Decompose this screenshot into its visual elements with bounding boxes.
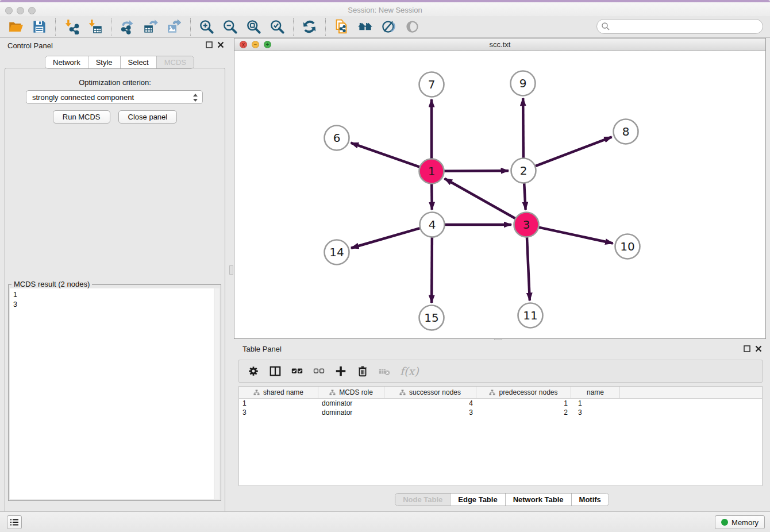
- table-panel: Table Panel f(x) shared name MCDS role s…: [234, 341, 770, 511]
- tab-node-table[interactable]: Node Table: [395, 494, 450, 506]
- task-history-button[interactable]: [7, 515, 22, 529]
- cell-predecessor-nodes[interactable]: 1: [476, 399, 571, 408]
- table-header-row: shared name MCDS role successor nodes pr…: [239, 387, 762, 399]
- network-view-window: x − + scc.txt 1234678910111415: [234, 38, 766, 339]
- toggle-panel-split-icon[interactable]: [269, 365, 282, 377]
- edge-2-9[interactable]: [523, 98, 523, 158]
- mcds-result-text[interactable]: 1 3: [10, 288, 214, 499]
- column-settings-gear-icon[interactable]: [247, 365, 260, 377]
- column-header-shared-name[interactable]: shared name: [239, 387, 318, 398]
- vertical-splitter-grip[interactable]: [229, 265, 233, 275]
- open-file-icon[interactable]: [8, 19, 24, 34]
- graph-node-label-15: 15: [424, 311, 438, 325]
- edge-2-8[interactable]: [536, 137, 612, 166]
- column-header-mcds-role[interactable]: MCDS role: [318, 387, 384, 398]
- edge-4-15[interactable]: [432, 237, 432, 303]
- table-toolbar: f(x): [238, 360, 763, 383]
- show-hide-graphics-icon[interactable]: [381, 19, 396, 34]
- tab-motifs[interactable]: Motifs: [571, 494, 609, 506]
- graph-node-label-10: 10: [620, 240, 634, 253]
- control-panel-tabs: Network Style Select MCDS: [45, 56, 194, 69]
- edge-3-1[interactable]: [445, 179, 515, 218]
- float-panel-icon[interactable]: [206, 41, 213, 48]
- export-table-icon[interactable]: [143, 19, 159, 34]
- export-image-icon[interactable]: [167, 19, 182, 34]
- criterion-dropdown[interactable]: strongly connected component: [26, 90, 203, 104]
- graph-node-label-11: 11: [523, 309, 537, 322]
- graph-node-label-6: 6: [333, 131, 341, 145]
- window-title: Session: New Session: [0, 6, 770, 14]
- cell-name[interactable]: 1: [571, 399, 620, 408]
- network-canvas-svg[interactable]: 1234678910111415: [234, 51, 765, 338]
- cell-predecessor-nodes[interactable]: 2: [476, 408, 571, 417]
- graph-node-label-14: 14: [329, 245, 344, 259]
- edge-1-2[interactable]: [444, 171, 509, 171]
- zoom-out-icon[interactable]: [222, 19, 238, 34]
- search-input[interactable]: [596, 19, 763, 34]
- column-type-icon: [329, 390, 336, 396]
- tab-style[interactable]: Style: [88, 56, 120, 68]
- network-window-title: scc.txt: [234, 40, 765, 49]
- edge-3-10[interactable]: [539, 228, 613, 244]
- zoom-in-icon[interactable]: [199, 19, 214, 34]
- select-all-icon[interactable]: [291, 365, 303, 377]
- cell-successor-nodes[interactable]: 3: [384, 408, 476, 417]
- delete-columns-trash-icon[interactable]: [356, 365, 369, 377]
- tab-edge-table[interactable]: Edge Table: [450, 494, 505, 506]
- clone-network-icon[interactable]: [334, 19, 349, 34]
- network-window-titlebar[interactable]: x − + scc.txt: [234, 38, 765, 51]
- import-table-icon[interactable]: [87, 19, 103, 34]
- close-panel-button[interactable]: Close panel: [118, 110, 178, 124]
- dropdown-arrows-icon: [192, 93, 199, 102]
- run-mcds-button[interactable]: Run MCDS: [53, 110, 110, 124]
- graph-node-label-1: 1: [428, 164, 436, 178]
- graph-node-label-9: 9: [519, 76, 527, 90]
- memory-label: Memory: [732, 518, 759, 527]
- import-network-icon[interactable]: [64, 19, 79, 34]
- tab-network[interactable]: Network: [45, 56, 88, 68]
- save-session-icon[interactable]: [32, 19, 47, 34]
- function-builder-icon: f(x): [400, 365, 419, 377]
- cell-shared-name[interactable]: 1: [239, 399, 318, 408]
- mcds-result-group: MCDS result (2 nodes) 1 3: [8, 284, 221, 501]
- close-table-panel-icon[interactable]: [755, 345, 762, 352]
- table-row[interactable]: 1 dominator 4 1 1: [239, 399, 762, 408]
- deselect-all-icon[interactable]: [313, 365, 325, 377]
- graph-node-label-2: 2: [520, 164, 528, 178]
- export-network-icon[interactable]: [120, 19, 135, 34]
- mcds-result-title: MCDS result (2 nodes): [11, 280, 92, 288]
- refresh-view-icon[interactable]: [302, 19, 317, 34]
- tab-mcds[interactable]: MCDS: [156, 56, 194, 68]
- close-panel-icon[interactable]: [217, 41, 224, 48]
- table-row[interactable]: 3 dominator 3 2 3: [239, 408, 762, 417]
- optimization-criterion-label: Optimization criterion:: [0, 78, 230, 87]
- zoom-selected-icon[interactable]: [270, 19, 285, 34]
- edge-4-14[interactable]: [351, 228, 420, 248]
- cell-successor-nodes[interactable]: 4: [384, 399, 476, 408]
- column-header-successor-nodes[interactable]: successor nodes: [384, 387, 476, 398]
- tab-select[interactable]: Select: [120, 56, 156, 68]
- edge-1-6[interactable]: [351, 143, 420, 167]
- zoom-fit-icon[interactable]: [246, 19, 261, 34]
- result-scrollbar[interactable]: [214, 288, 220, 499]
- cell-mcds-role[interactable]: dominator: [318, 399, 384, 408]
- cell-shared-name[interactable]: 3: [239, 408, 318, 417]
- search-icon: [601, 22, 610, 31]
- table-tabs: Node Table Edge Table Network Table Moti…: [395, 493, 609, 506]
- control-panel-title: Control Panel: [7, 41, 53, 50]
- float-table-panel-icon[interactable]: [744, 345, 750, 352]
- criterion-value: strongly connected component: [32, 93, 134, 102]
- graph-node-label-8: 8: [622, 125, 630, 138]
- tab-network-table[interactable]: Network Table: [505, 494, 571, 506]
- column-header-predecessor-nodes[interactable]: predecessor nodes: [476, 387, 571, 398]
- column-type-icon: [489, 390, 495, 396]
- cell-mcds-role[interactable]: dominator: [318, 408, 384, 417]
- first-neighbors-home-icon[interactable]: [357, 19, 373, 34]
- edge-2-3[interactable]: [524, 183, 525, 210]
- memory-button[interactable]: Memory: [715, 515, 765, 529]
- edge-3-11[interactable]: [527, 237, 530, 300]
- add-column-icon[interactable]: [334, 365, 347, 377]
- column-header-name[interactable]: name: [571, 387, 620, 398]
- cell-name[interactable]: 3: [571, 408, 620, 417]
- birds-eye-icon[interactable]: [405, 19, 420, 34]
